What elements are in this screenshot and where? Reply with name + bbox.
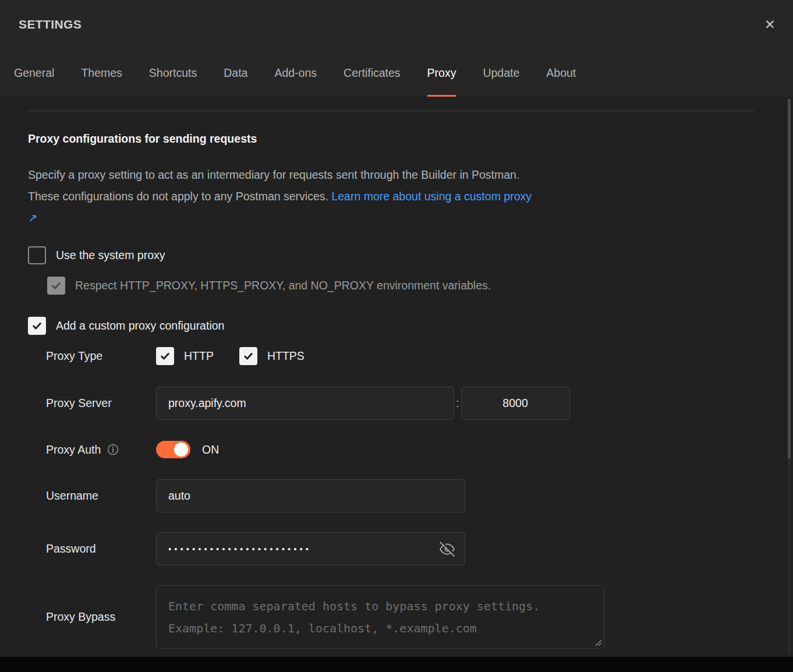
add-custom-proxy-checkbox[interactable] [28,317,46,335]
proxy-server-row: Proxy Server : [46,387,765,420]
tab-proxy[interactable]: Proxy [427,49,456,97]
settings-tabbar: General Themes Shortcuts Data Add-ons Ce… [0,49,793,97]
https-checkbox[interactable] [239,347,257,365]
username-input[interactable] [156,479,465,512]
tab-about[interactable]: About [546,49,576,97]
respect-env-label: Respect HTTP_PROXY, HTTPS_PROXY, and NO_… [75,279,491,292]
proxy-auth-label-group: Proxy Auth [46,443,156,457]
settings-modal: SETTINGS ✕ General Themes Shortcuts Data… [0,0,793,672]
https-option: HTTPS [239,347,305,365]
section-divider [28,111,755,111]
proxy-bypass-row: Proxy Bypass [46,585,765,649]
use-system-proxy-checkbox[interactable] [28,246,46,264]
tab-general[interactable]: General [14,49,54,97]
check-icon [31,320,43,331]
proxy-type-row: Proxy Type HTTP HTTPS [46,347,765,365]
custom-proxy-form: Proxy Type HTTP HTTPS Proxy Server [46,347,765,649]
tab-addons[interactable]: Add-ons [274,49,317,97]
check-icon [160,351,171,362]
proxy-server-label: Proxy Server [46,397,156,410]
add-custom-proxy-label: Add a custom proxy configuration [56,319,224,333]
password-label: Password [46,542,156,556]
use-system-proxy-row: Use the system proxy [28,246,765,264]
http-checkbox[interactable] [156,347,174,365]
tab-shortcuts[interactable]: Shortcuts [149,49,197,97]
proxy-port-input[interactable] [461,387,570,420]
close-icon[interactable]: ✕ [764,18,776,31]
proxy-type-label: Proxy Type [46,349,156,363]
tab-update[interactable]: Update [483,49,519,97]
http-label: HTTP [184,349,214,363]
section-heading: Proxy configurations for sending request… [28,132,765,146]
username-row: Username [46,479,765,512]
https-label: HTTPS [267,349,305,363]
password-input[interactable] [156,532,465,565]
proxy-auth-label: Proxy Auth [46,443,101,457]
proxy-bypass-textarea[interactable] [156,585,604,649]
username-label: Username [46,489,156,503]
check-icon [51,280,62,291]
add-custom-proxy-row: Add a custom proxy configuration [28,317,765,335]
proxy-bypass-field-wrap [156,585,604,649]
host-port-separator: : [456,397,459,410]
footer-bar [0,657,793,672]
scrollbar-thumb[interactable] [788,99,791,459]
tab-certificates[interactable]: Certificates [344,49,401,97]
modal-header: SETTINGS ✕ [0,0,793,49]
info-icon[interactable] [107,444,119,455]
proxy-auth-state: ON [202,443,219,457]
tab-data[interactable]: Data [224,49,247,97]
password-field-wrap [156,532,465,565]
http-option: HTTP [156,347,214,365]
proxy-bypass-label: Proxy Bypass [46,610,156,624]
proxy-host-input[interactable] [156,387,454,420]
proxy-auth-toggle[interactable] [156,441,190,458]
eye-off-icon [440,542,455,557]
proxy-settings-panel: Proxy configurations for sending request… [0,97,793,657]
respect-env-checkbox[interactable] [47,277,65,295]
password-row: Password [46,532,765,565]
toggle-knob [174,443,188,457]
respect-env-row: Respect HTTP_PROXY, HTTPS_PROXY, and NO_… [47,277,765,295]
proxy-auth-row: Proxy Auth ON [46,441,765,458]
toggle-password-visibility-button[interactable] [440,542,455,557]
check-icon [243,351,254,362]
use-system-proxy-label: Use the system proxy [56,249,165,262]
modal-title: SETTINGS [19,17,82,31]
proxy-description: Specify a proxy setting to act as an int… [28,164,532,229]
tab-themes[interactable]: Themes [81,49,122,97]
